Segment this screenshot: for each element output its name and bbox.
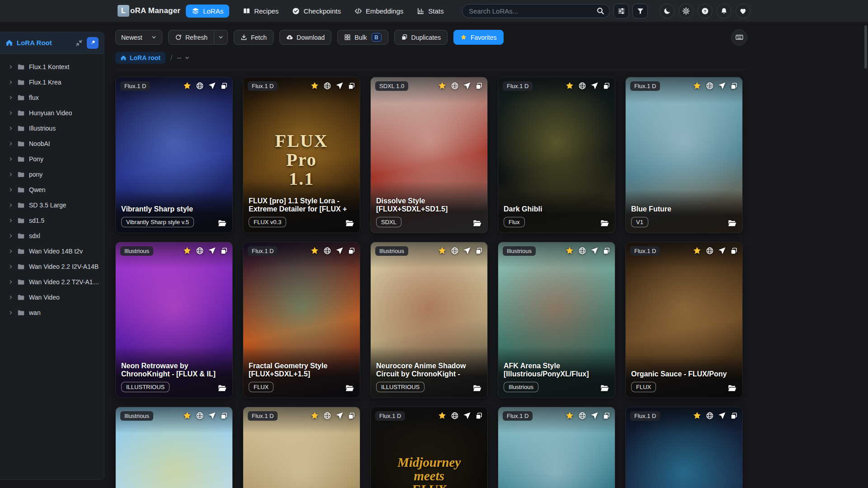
chevron-right-icon[interactable]	[9, 264, 13, 269]
favorites-filter-button[interactable]: Favorites	[453, 30, 504, 45]
favorite-star-icon[interactable]	[438, 81, 447, 90]
civitai-globe-icon[interactable]	[578, 247, 586, 255]
favorite-star-icon[interactable]	[310, 411, 319, 420]
copy-icon[interactable]	[730, 82, 738, 90]
civitai-globe-icon[interactable]	[196, 412, 204, 420]
keyboard-shortcuts-button[interactable]	[731, 29, 747, 46]
send-to-workflow-icon[interactable]	[335, 247, 344, 255]
favorite-star-icon[interactable]	[565, 411, 574, 420]
civitai-globe-icon[interactable]	[323, 247, 331, 255]
open-folder-icon[interactable]	[600, 219, 609, 227]
pin-sidebar-button[interactable]	[87, 37, 99, 49]
copy-icon[interactable]	[730, 412, 738, 420]
favorite-star-icon[interactable]	[693, 81, 702, 90]
sidebar-folder-item[interactable]: Illustrious	[0, 121, 104, 136]
open-folder-icon[interactable]	[345, 219, 354, 227]
civitai-globe-icon[interactable]	[706, 412, 714, 420]
send-to-workflow-icon[interactable]	[463, 247, 471, 255]
chevron-right-icon[interactable]	[9, 111, 13, 115]
tab-recipes[interactable]: Recipes	[243, 5, 278, 18]
open-folder-icon[interactable]	[472, 384, 482, 392]
chevron-right-icon[interactable]	[9, 126, 13, 131]
sidebar-folder-item[interactable]: Wan Video 2.2 I2V-A14B	[0, 259, 104, 274]
chevron-right-icon[interactable]	[9, 310, 13, 315]
lora-card[interactable]: Flux.1 D	[243, 407, 360, 488]
fetch-button[interactable]: Fetch	[234, 30, 274, 45]
tab-loras[interactable]: LoRAs	[186, 5, 229, 18]
copy-icon[interactable]	[730, 247, 738, 255]
copy-icon[interactable]	[475, 412, 483, 420]
bulk-button[interactable]: Bulk B	[337, 30, 388, 45]
favorite-star-icon[interactable]	[565, 246, 574, 255]
favorite-star-icon[interactable]	[183, 411, 192, 420]
favorite-star-icon[interactable]	[183, 81, 192, 90]
breadcrumb-current-select[interactable]: --	[177, 54, 189, 61]
favorite-star-icon[interactable]	[438, 246, 447, 255]
civitai-globe-icon[interactable]	[706, 82, 714, 90]
sort-select[interactable]: Newest	[115, 30, 162, 45]
send-to-workflow-icon[interactable]	[463, 412, 471, 420]
lora-card[interactable]: Flux.1 D	[625, 407, 743, 488]
copy-icon[interactable]	[603, 82, 610, 90]
chevron-right-icon[interactable]	[9, 295, 13, 300]
lora-card[interactable]: SDXL 1.0 D	[370, 77, 488, 233]
send-to-workflow-icon[interactable]	[718, 412, 726, 420]
lora-card[interactable]: Illustrious	[115, 407, 233, 488]
chevron-right-icon[interactable]	[9, 203, 13, 207]
send-to-workflow-icon[interactable]	[208, 82, 216, 90]
copy-icon[interactable]	[348, 247, 355, 255]
open-folder-icon[interactable]	[217, 384, 227, 392]
send-to-workflow-icon[interactable]	[590, 247, 599, 255]
lora-card[interactable]: Flux.1 D D	[498, 77, 615, 233]
favorite-star-icon[interactable]	[565, 81, 574, 90]
sidebar-folder-item[interactable]: Hunyuan Video	[0, 105, 104, 121]
filter-sliders-button[interactable]	[613, 4, 629, 19]
lora-card[interactable]: MidjourneymeetsFLUX Flux.1 D	[370, 407, 488, 488]
sidebar-folder-item[interactable]: flux	[0, 90, 104, 105]
lora-card[interactable]: Flux.1 D B	[625, 77, 743, 233]
favorite-star-icon[interactable]	[693, 246, 702, 255]
chevron-right-icon[interactable]	[9, 65, 13, 69]
app-logo[interactable]: L oRA Manager	[118, 5, 180, 17]
chevron-right-icon[interactable]	[9, 157, 13, 161]
sidebar-folder-item[interactable]: Wan Video 2.2 T2V-A14B	[0, 274, 104, 290]
duplicates-button[interactable]: Duplicates	[394, 30, 448, 45]
open-folder-icon[interactable]	[727, 219, 737, 227]
tab-embeddings[interactable]: Embeddings	[354, 5, 403, 18]
copy-icon[interactable]	[475, 82, 483, 90]
sidebar-folder-item[interactable]: NoobAI	[0, 136, 104, 151]
favorite-star-icon[interactable]	[310, 81, 319, 90]
breadcrumb-root[interactable]: LoRA root	[115, 52, 165, 64]
lora-card[interactable]: Illustrious	[498, 242, 615, 398]
copy-icon[interactable]	[220, 247, 228, 255]
favorite-star-icon[interactable]	[693, 411, 702, 420]
chevron-right-icon[interactable]	[9, 234, 13, 238]
copy-icon[interactable]	[475, 247, 483, 255]
sidebar-root-label[interactable]: LoRA Root	[17, 39, 71, 47]
favorite-star-icon[interactable]	[310, 246, 319, 255]
lora-card[interactable]: Flux.1 D O	[625, 242, 743, 398]
lora-card[interactable]: Flux.1 D	[498, 407, 615, 488]
civitai-globe-icon[interactable]	[706, 247, 714, 255]
send-to-workflow-icon[interactable]	[208, 247, 216, 255]
open-folder-icon[interactable]	[727, 384, 737, 392]
civitai-globe-icon[interactable]	[451, 82, 459, 90]
sidebar-folder-item[interactable]: Flux.1 Kontext	[0, 59, 104, 75]
chevron-right-icon[interactable]	[9, 249, 13, 253]
send-to-workflow-icon[interactable]	[590, 412, 599, 420]
open-folder-icon[interactable]	[345, 384, 354, 392]
collapse-all-icon[interactable]	[75, 39, 83, 47]
send-to-workflow-icon[interactable]	[718, 82, 726, 90]
lora-card[interactable]: Illustrious	[115, 242, 233, 398]
send-to-workflow-icon[interactable]	[335, 82, 344, 90]
lora-card[interactable]: Flux.1 D F	[243, 242, 360, 398]
page-scrollbar[interactable]	[864, 25, 867, 69]
send-to-workflow-icon[interactable]	[718, 247, 726, 255]
sidebar-folder-item[interactable]: Wan Video 14B t2v	[0, 244, 104, 259]
send-to-workflow-icon[interactable]	[590, 82, 599, 90]
sidebar-folder-item[interactable]: pony	[0, 167, 104, 182]
civitai-globe-icon[interactable]	[451, 247, 459, 255]
copy-icon[interactable]	[220, 412, 228, 420]
download-button[interactable]: Download	[279, 30, 331, 45]
civitai-globe-icon[interactable]	[451, 412, 459, 420]
